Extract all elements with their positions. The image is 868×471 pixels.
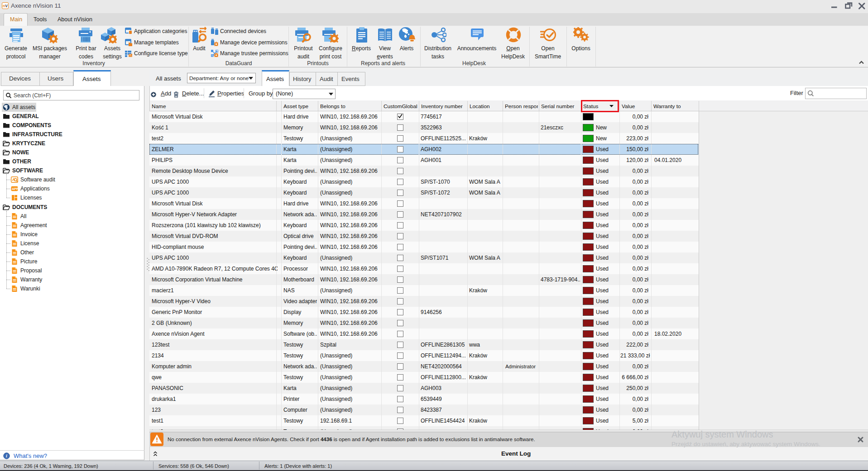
svg-text:i: i [6, 453, 7, 458]
svg-text:APP: APP [12, 187, 18, 190]
